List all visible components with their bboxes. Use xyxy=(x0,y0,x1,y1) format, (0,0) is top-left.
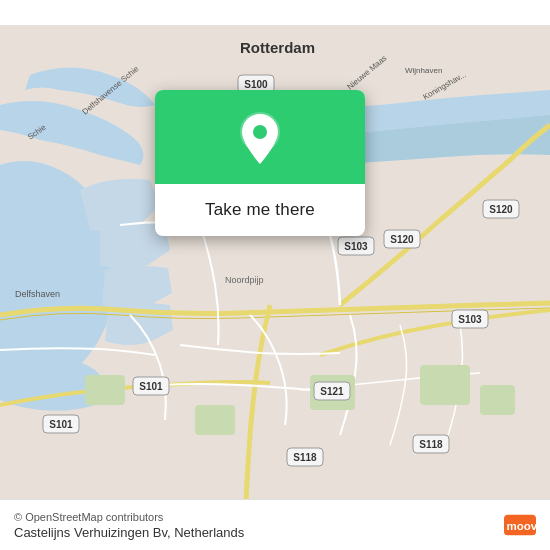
moovit-logo: moovit xyxy=(504,509,536,541)
svg-rect-2 xyxy=(195,405,235,435)
svg-text:S103: S103 xyxy=(458,314,482,325)
map-attribution: © OpenStreetMap contributors xyxy=(14,511,244,523)
svg-rect-5 xyxy=(85,375,125,405)
svg-text:Rotterdam: Rotterdam xyxy=(240,39,315,56)
svg-text:Wijnhaven: Wijnhaven xyxy=(405,66,442,75)
popup-header xyxy=(155,90,365,184)
svg-text:S103: S103 xyxy=(344,241,368,252)
svg-text:S118: S118 xyxy=(419,439,443,450)
map-background: Rotterdam Noordpijp S100 S120 S120 S103 … xyxy=(0,0,550,550)
svg-text:S121: S121 xyxy=(320,386,344,397)
svg-text:S101: S101 xyxy=(139,381,163,392)
svg-text:Noordpijp: Noordpijp xyxy=(225,275,264,285)
svg-text:moovit: moovit xyxy=(507,520,536,532)
svg-text:S100: S100 xyxy=(244,79,268,90)
bottom-bar: © OpenStreetMap contributors Castelijns … xyxy=(0,499,550,550)
svg-rect-4 xyxy=(480,385,515,415)
take-me-there-button[interactable]: Take me there xyxy=(199,198,321,222)
svg-text:S120: S120 xyxy=(390,234,414,245)
popup-button-area: Take me there xyxy=(155,184,365,236)
svg-text:Delfshaven: Delfshaven xyxy=(15,289,60,299)
moovit-logo-icon: moovit xyxy=(504,509,536,541)
map-container: Rotterdam Noordpijp S100 S120 S120 S103 … xyxy=(0,0,550,550)
svg-text:S118: S118 xyxy=(293,452,317,463)
svg-rect-3 xyxy=(420,365,470,405)
popup-card: Take me there xyxy=(155,90,365,236)
location-pin-icon xyxy=(238,112,282,166)
location-name: Castelijns Verhuizingen Bv, Netherlands xyxy=(14,525,244,540)
svg-text:S101: S101 xyxy=(49,419,73,430)
svg-text:S120: S120 xyxy=(489,204,513,215)
svg-point-36 xyxy=(253,125,267,139)
